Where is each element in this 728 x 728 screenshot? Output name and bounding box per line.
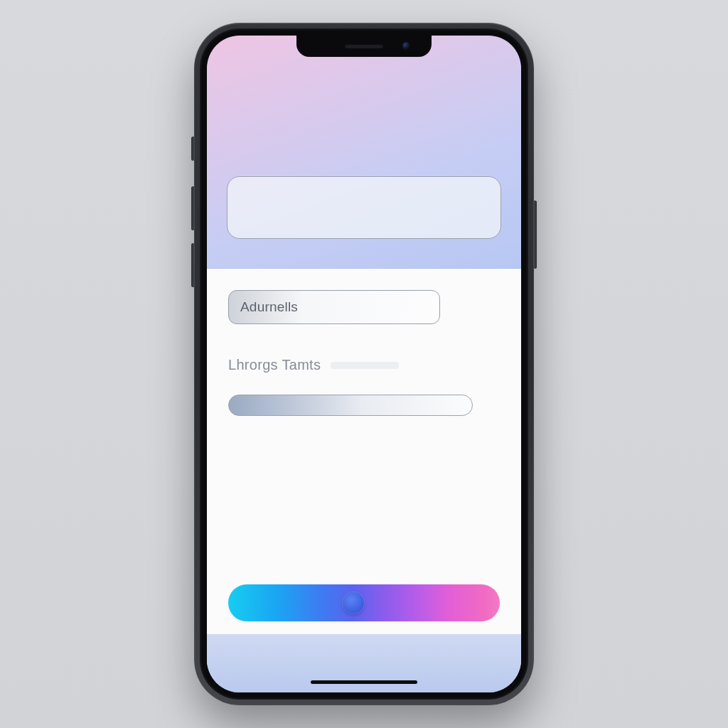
app-content: Adurnells Lhrorgs Tamts [207, 36, 521, 692]
phone-frame: Adurnells Lhrorgs Tamts [194, 23, 534, 705]
notch [296, 36, 432, 57]
section-label-text: Lhrorgs Tamts [228, 357, 321, 373]
front-camera [402, 42, 410, 50]
flex-spacer [228, 416, 500, 584]
phone-bezel: Adurnells Lhrorgs Tamts [200, 28, 528, 700]
footer-bar [207, 634, 521, 692]
section-label: Lhrorgs Tamts [228, 357, 500, 373]
text-field-1[interactable]: Adurnells [228, 290, 440, 324]
volume-up-button [191, 186, 195, 230]
screen: Adurnells Lhrorgs Tamts [207, 36, 521, 692]
power-button [533, 200, 537, 269]
top-input-card[interactable] [227, 176, 501, 239]
color-hue-slider[interactable] [228, 584, 500, 621]
form-panel: Adurnells Lhrorgs Tamts [207, 269, 521, 634]
mute-switch [191, 136, 195, 161]
progress-slider[interactable] [228, 395, 473, 416]
section-label-placeholder-bar [331, 362, 399, 369]
speaker-grille [345, 44, 383, 48]
color-hue-thumb[interactable] [343, 592, 364, 614]
home-indicator[interactable] [311, 680, 417, 684]
text-field-1-label: Adurnells [240, 299, 298, 315]
volume-down-button [191, 243, 195, 287]
